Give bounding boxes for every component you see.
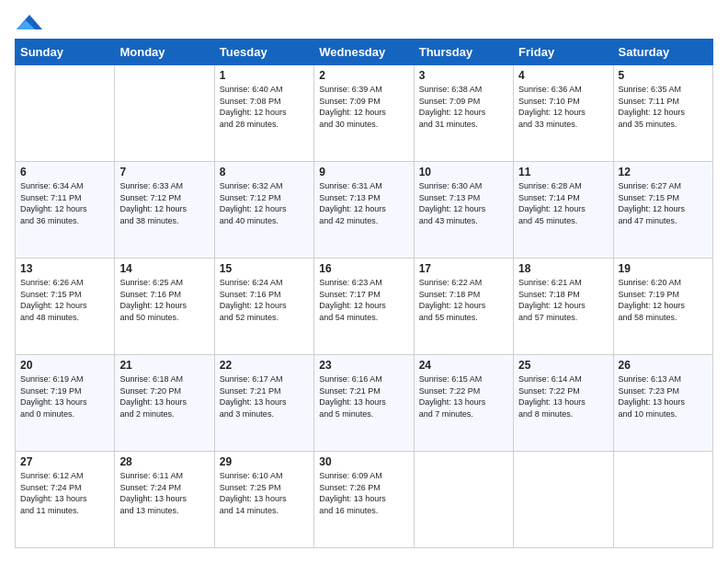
calendar-cell: 3Sunrise: 6:38 AM Sunset: 7:09 PM Daylig…: [414, 65, 513, 162]
calendar-cell: 8Sunrise: 6:32 AM Sunset: 7:12 PM Daylig…: [214, 162, 313, 259]
day-info: Sunrise: 6:34 AM Sunset: 7:11 PM Dayligh…: [20, 180, 109, 226]
day-number: 25: [518, 359, 608, 372]
day-number: 12: [619, 166, 708, 178]
weekday-header-tuesday: Tuesday: [214, 40, 313, 65]
calendar-cell: 27Sunrise: 6:12 AM Sunset: 7:24 PM Dayli…: [16, 452, 115, 548]
calendar-cell: 24Sunrise: 6:15 AM Sunset: 7:22 PM Dayli…: [414, 355, 513, 452]
day-number: 21: [119, 359, 209, 372]
day-number: 2: [319, 69, 408, 82]
day-number: 17: [419, 262, 508, 275]
day-info: Sunrise: 6:33 AM Sunset: 7:12 PM Dayligh…: [119, 180, 209, 226]
weekday-header-row: SundayMondayTuesdayWednesdayThursdayFrid…: [16, 40, 713, 65]
day-info: Sunrise: 6:17 AM Sunset: 7:21 PM Dayligh…: [220, 373, 309, 419]
calendar-cell: 4Sunrise: 6:36 AM Sunset: 7:10 PM Daylig…: [514, 65, 613, 162]
day-number: 15: [220, 262, 309, 275]
calendar-cell: [613, 452, 712, 548]
calendar-cell: [514, 452, 613, 548]
header: [15, 15, 713, 29]
day-info: Sunrise: 6:25 AM Sunset: 7:16 PM Dayligh…: [119, 277, 209, 323]
day-number: 16: [319, 262, 408, 275]
calendar-cell: 26Sunrise: 6:13 AM Sunset: 7:23 PM Dayli…: [613, 355, 712, 452]
day-number: 7: [119, 166, 209, 178]
page: SundayMondayTuesdayWednesdayThursdayFrid…: [0, 0, 728, 563]
day-info: Sunrise: 6:10 AM Sunset: 7:25 PM Dayligh…: [220, 470, 309, 516]
day-info: Sunrise: 6:21 AM Sunset: 7:18 PM Dayligh…: [518, 277, 608, 323]
calendar-cell: 9Sunrise: 6:31 AM Sunset: 7:13 PM Daylig…: [314, 162, 414, 259]
calendar-cell: [16, 65, 115, 162]
day-info: Sunrise: 6:13 AM Sunset: 7:23 PM Dayligh…: [619, 373, 708, 419]
day-number: 8: [220, 166, 309, 178]
day-info: Sunrise: 6:39 AM Sunset: 7:09 PM Dayligh…: [319, 84, 408, 130]
day-number: 6: [20, 166, 109, 178]
calendar-cell: 11Sunrise: 6:28 AM Sunset: 7:14 PM Dayli…: [514, 162, 613, 259]
calendar-cell: 22Sunrise: 6:17 AM Sunset: 7:21 PM Dayli…: [214, 355, 313, 452]
week-row-4: 20Sunrise: 6:19 AM Sunset: 7:19 PM Dayli…: [16, 355, 713, 452]
day-info: Sunrise: 6:35 AM Sunset: 7:11 PM Dayligh…: [619, 84, 708, 130]
calendar-cell: 5Sunrise: 6:35 AM Sunset: 7:11 PM Daylig…: [613, 65, 712, 162]
day-info: Sunrise: 6:36 AM Sunset: 7:10 PM Dayligh…: [518, 84, 608, 130]
week-row-1: 1Sunrise: 6:40 AM Sunset: 7:08 PM Daylig…: [16, 65, 713, 162]
calendar-cell: 18Sunrise: 6:21 AM Sunset: 7:18 PM Dayli…: [514, 259, 613, 355]
day-info: Sunrise: 6:18 AM Sunset: 7:20 PM Dayligh…: [119, 373, 209, 419]
day-info: Sunrise: 6:19 AM Sunset: 7:19 PM Dayligh…: [20, 373, 109, 419]
calendar-cell: [115, 65, 214, 162]
calendar-cell: 6Sunrise: 6:34 AM Sunset: 7:11 PM Daylig…: [16, 162, 115, 259]
calendar-cell: 19Sunrise: 6:20 AM Sunset: 7:19 PM Dayli…: [613, 259, 712, 355]
calendar-cell: 23Sunrise: 6:16 AM Sunset: 7:21 PM Dayli…: [314, 355, 414, 452]
day-number: 14: [119, 262, 209, 275]
day-info: Sunrise: 6:31 AM Sunset: 7:13 PM Dayligh…: [319, 180, 408, 226]
logo: [15, 15, 44, 29]
calendar-cell: 29Sunrise: 6:10 AM Sunset: 7:25 PM Dayli…: [214, 452, 313, 548]
day-info: Sunrise: 6:27 AM Sunset: 7:15 PM Dayligh…: [619, 180, 708, 226]
day-number: 4: [518, 69, 608, 82]
calendar-cell: 30Sunrise: 6:09 AM Sunset: 7:26 PM Dayli…: [314, 452, 414, 548]
calendar-cell: 12Sunrise: 6:27 AM Sunset: 7:15 PM Dayli…: [613, 162, 712, 259]
weekday-header-wednesday: Wednesday: [314, 40, 414, 65]
day-info: Sunrise: 6:40 AM Sunset: 7:08 PM Dayligh…: [220, 84, 309, 130]
calendar-cell: 20Sunrise: 6:19 AM Sunset: 7:19 PM Dayli…: [16, 355, 115, 452]
day-number: 1: [220, 69, 309, 82]
day-number: 20: [20, 359, 109, 372]
calendar-cell: 14Sunrise: 6:25 AM Sunset: 7:16 PM Dayli…: [115, 259, 214, 355]
calendar-table: SundayMondayTuesdayWednesdayThursdayFrid…: [15, 39, 713, 548]
day-info: Sunrise: 6:32 AM Sunset: 7:12 PM Dayligh…: [220, 180, 309, 226]
day-number: 27: [20, 455, 109, 468]
day-info: Sunrise: 6:16 AM Sunset: 7:21 PM Dayligh…: [319, 373, 408, 419]
day-number: 11: [518, 166, 608, 178]
weekday-header-thursday: Thursday: [414, 40, 513, 65]
day-info: Sunrise: 6:14 AM Sunset: 7:22 PM Dayligh…: [518, 373, 608, 419]
day-info: Sunrise: 6:09 AM Sunset: 7:26 PM Dayligh…: [319, 470, 408, 516]
day-info: Sunrise: 6:12 AM Sunset: 7:24 PM Dayligh…: [20, 470, 109, 516]
calendar-cell: 17Sunrise: 6:22 AM Sunset: 7:18 PM Dayli…: [414, 259, 513, 355]
day-number: 30: [319, 455, 408, 468]
day-info: Sunrise: 6:15 AM Sunset: 7:22 PM Dayligh…: [419, 373, 508, 419]
day-info: Sunrise: 6:26 AM Sunset: 7:15 PM Dayligh…: [20, 277, 109, 323]
calendar-cell: 16Sunrise: 6:23 AM Sunset: 7:17 PM Dayli…: [314, 259, 414, 355]
calendar-cell: 7Sunrise: 6:33 AM Sunset: 7:12 PM Daylig…: [115, 162, 214, 259]
week-row-3: 13Sunrise: 6:26 AM Sunset: 7:15 PM Dayli…: [16, 259, 713, 355]
day-number: 29: [220, 455, 309, 468]
day-info: Sunrise: 6:24 AM Sunset: 7:16 PM Dayligh…: [220, 277, 309, 323]
calendar-cell: 13Sunrise: 6:26 AM Sunset: 7:15 PM Dayli…: [16, 259, 115, 355]
day-info: Sunrise: 6:20 AM Sunset: 7:19 PM Dayligh…: [619, 277, 708, 323]
day-number: 10: [419, 166, 508, 178]
week-row-2: 6Sunrise: 6:34 AM Sunset: 7:11 PM Daylig…: [16, 162, 713, 259]
calendar-cell: 15Sunrise: 6:24 AM Sunset: 7:16 PM Dayli…: [214, 259, 313, 355]
calendar-cell: 2Sunrise: 6:39 AM Sunset: 7:09 PM Daylig…: [314, 65, 414, 162]
day-info: Sunrise: 6:23 AM Sunset: 7:17 PM Dayligh…: [319, 277, 408, 323]
day-info: Sunrise: 6:28 AM Sunset: 7:14 PM Dayligh…: [518, 180, 608, 226]
weekday-header-sunday: Sunday: [16, 40, 115, 65]
calendar-cell: 1Sunrise: 6:40 AM Sunset: 7:08 PM Daylig…: [214, 65, 313, 162]
calendar-cell: 10Sunrise: 6:30 AM Sunset: 7:13 PM Dayli…: [414, 162, 513, 259]
day-number: 24: [419, 359, 508, 372]
day-info: Sunrise: 6:22 AM Sunset: 7:18 PM Dayligh…: [419, 277, 508, 323]
calendar-cell: 25Sunrise: 6:14 AM Sunset: 7:22 PM Dayli…: [514, 355, 613, 452]
day-number: 3: [419, 69, 508, 82]
day-number: 13: [20, 262, 109, 275]
weekday-header-saturday: Saturday: [613, 40, 712, 65]
day-info: Sunrise: 6:38 AM Sunset: 7:09 PM Dayligh…: [419, 84, 508, 130]
day-info: Sunrise: 6:11 AM Sunset: 7:24 PM Dayligh…: [119, 470, 209, 516]
calendar-cell: [414, 452, 513, 548]
day-number: 18: [518, 262, 608, 275]
logo-icon: [17, 15, 42, 29]
